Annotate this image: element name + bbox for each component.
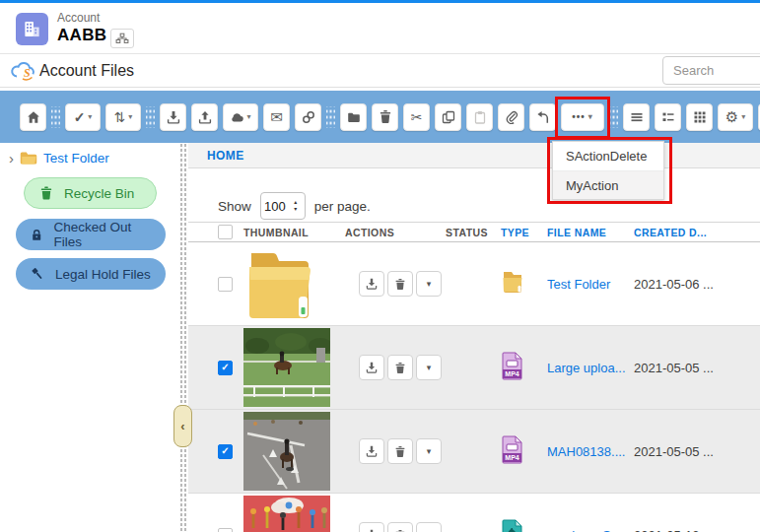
stepper-arrows[interactable]: ▴ ▾ — [289, 200, 303, 212]
attach-button[interactable] — [498, 103, 524, 131]
component-header: S Account Files — [0, 54, 760, 88]
upload-icon — [198, 110, 212, 124]
page-size-stepper[interactable]: ▴ ▾ — [260, 192, 306, 220]
page-header: Account AABB — [0, 3, 760, 54]
copy-icon — [442, 110, 455, 124]
row-checkbox[interactable]: ✓ — [218, 361, 233, 375]
row-delete-button[interactable] — [387, 355, 413, 380]
row-actions: ▾ — [359, 438, 446, 464]
caret-down-icon: ▾ — [88, 113, 92, 121]
hierarchy-icon — [115, 33, 129, 44]
row-more-button[interactable]: ▾ — [416, 271, 442, 297]
settings-dropdown-button[interactable]: ⚙ ▾ — [718, 103, 753, 131]
new-folder-button[interactable] — [340, 103, 367, 131]
created-date: 2021-05-06 ... — [634, 277, 714, 292]
list-view-button[interactable] — [623, 103, 650, 131]
row-checkbox[interactable] — [218, 277, 233, 292]
file-type-label: MP4 — [505, 370, 519, 377]
sidebar-collapse-handle[interactable]: ‹ — [173, 405, 192, 447]
sidebar-item-recycle-bin[interactable]: Recycle Bin — [24, 177, 157, 209]
table-row: ✓ — [188, 410, 760, 494]
show-label: Show — [218, 199, 251, 214]
sidebar-splitter[interactable] — [179, 143, 188, 532]
get-link-button[interactable] — [295, 103, 321, 131]
cloud-actions-dropdown-button[interactable]: ▾ — [223, 103, 258, 131]
content-area: › Test Folder Recycle Bin — [0, 143, 760, 532]
copy-button[interactable] — [435, 103, 461, 131]
sidebar-item-label: Test Folder — [43, 151, 109, 166]
row-download-button[interactable] — [359, 522, 384, 532]
trash-icon — [394, 362, 406, 374]
download-icon — [366, 278, 378, 290]
grid-view-button[interactable] — [686, 103, 713, 131]
video-thumbnail-horse-field[interactable] — [243, 328, 330, 407]
column-header-created-date[interactable]: CREATED D... — [634, 227, 760, 238]
sidebar-item-legal-hold-files[interactable]: Legal Hold Files — [16, 258, 166, 290]
files-cloud-logo-icon: S — [10, 60, 36, 82]
detail-view-button[interactable] — [655, 103, 681, 131]
toolbar-separator — [146, 106, 155, 128]
toolbar-separator — [609, 106, 618, 128]
row-download-button[interactable] — [359, 438, 384, 464]
created-date: 2021-05-13 ... — [634, 528, 714, 532]
home-button[interactable] — [20, 103, 46, 131]
email-button[interactable]: ✉ — [263, 103, 290, 131]
link-icon — [302, 110, 315, 124]
row-checkbox[interactable]: ✓ — [218, 444, 233, 459]
menu-item-sactiondelete[interactable]: SActionDelete — [553, 142, 663, 170]
share-button[interactable] — [529, 103, 556, 131]
video-thumbnail-horse-track[interactable] — [243, 412, 330, 491]
menu-item-myaction[interactable]: MyAction — [553, 170, 663, 199]
select-all-checkbox[interactable] — [218, 225, 233, 239]
sort-dropdown-button[interactable]: ⇅ ▾ — [105, 103, 141, 131]
home-icon — [27, 110, 40, 124]
image-thumbnail-employees[interactable] — [243, 496, 330, 532]
file-name-link[interactable]: MAH08138.... — [547, 444, 626, 459]
delete-button[interactable] — [372, 103, 398, 131]
row-more-button[interactable]: ▾ — [416, 438, 442, 464]
breadcrumb[interactable]: HOME — [188, 143, 760, 168]
gavel-icon — [31, 267, 44, 281]
row-download-button[interactable] — [359, 355, 384, 380]
row-checkbox[interactable] — [218, 528, 233, 532]
trash-icon — [394, 445, 406, 458]
view-hierarchy-button[interactable] — [110, 29, 134, 48]
table-row: ▾ JPG employeeSc... 2021- — [188, 494, 760, 532]
breadcrumb-home-link[interactable]: HOME — [207, 149, 244, 163]
row-more-button[interactable]: ▾ — [416, 355, 442, 380]
caret-down-icon: ▾ — [741, 113, 745, 121]
stepper-up-icon[interactable]: ▴ — [294, 200, 297, 205]
file-name-link[interactable]: employeeSc... — [547, 528, 628, 532]
column-header-file-name[interactable]: FILE NAME — [547, 227, 634, 238]
upload-button[interactable] — [191, 103, 218, 131]
component-title: Account Files — [39, 62, 134, 80]
more-actions-dropdown-menu: SActionDelete MyAction — [552, 141, 664, 200]
select-all-dropdown-button[interactable]: ✓ ▾ — [65, 103, 101, 131]
paste-button[interactable] — [466, 103, 493, 131]
search-input[interactable] — [662, 56, 760, 85]
row-more-button[interactable]: ▾ — [416, 522, 442, 532]
lock-icon — [31, 228, 42, 242]
cut-button[interactable]: ✂ — [403, 103, 430, 131]
column-header-type[interactable]: TYPE — [501, 227, 547, 238]
folder-icon — [347, 110, 361, 124]
row-delete-button[interactable] — [387, 438, 413, 464]
file-name-link[interactable]: Large uploa... — [547, 361, 626, 375]
stepper-down-icon[interactable]: ▾ — [294, 207, 297, 212]
detail-view-icon — [661, 110, 675, 124]
row-delete-button[interactable] — [387, 522, 413, 532]
row-delete-button[interactable] — [387, 271, 413, 297]
sidebar-item-test-folder[interactable]: › Test Folder — [9, 151, 109, 166]
file-name-link[interactable]: Test Folder — [547, 277, 610, 292]
download-button[interactable] — [160, 103, 186, 131]
caret-down-icon: ▾ — [588, 113, 593, 121]
page-size-input[interactable] — [261, 199, 289, 214]
caret-down-icon: ▾ — [128, 113, 132, 121]
mp4-file-icon: MP4 — [501, 352, 523, 380]
curved-arrow-icon — [536, 110, 550, 124]
more-actions-button[interactable]: ••• ▾ — [561, 103, 604, 131]
row-download-button[interactable] — [359, 271, 384, 297]
folder-type-icon — [501, 269, 524, 295]
sidebar-item-checked-out-files[interactable]: Checked Out Files — [16, 219, 166, 250]
folder-thumbnail[interactable] — [243, 247, 314, 320]
